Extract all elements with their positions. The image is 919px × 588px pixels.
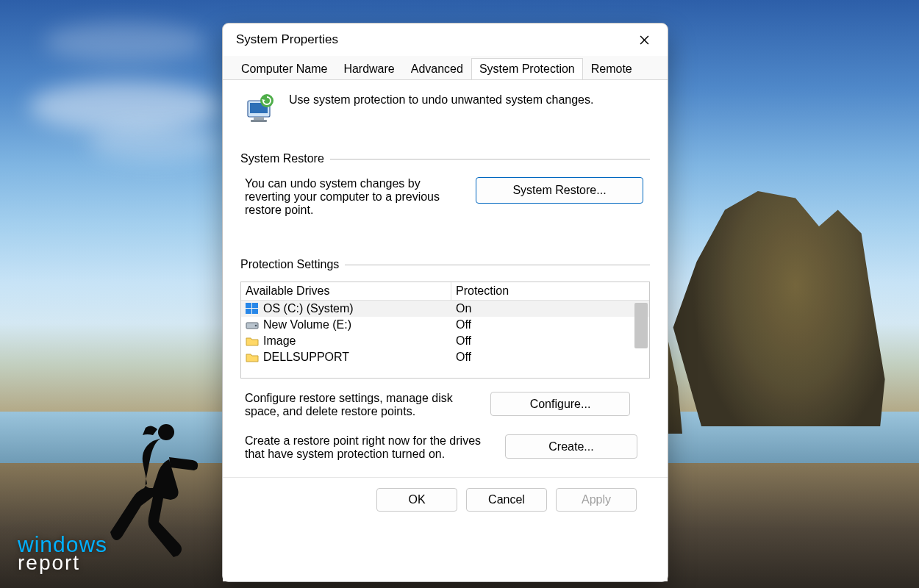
col-available-drives[interactable]: Available Drives <box>241 282 451 300</box>
drive-row[interactable]: DELLSUPPORT Off <box>241 349 649 365</box>
drives-header-row: Available Drives Protection <box>241 282 649 301</box>
section-title-text: System Restore <box>240 152 324 165</box>
create-description: Create a restore point right now for the… <box>240 434 490 461</box>
tab-remote[interactable]: Remote <box>583 58 640 80</box>
titlebar: System Properties <box>223 24 668 56</box>
tab-strip: Computer Name Hardware Advanced System P… <box>223 56 668 79</box>
folder-icon <box>246 335 259 347</box>
watermark-logo: windows report <box>18 534 107 573</box>
close-button[interactable] <box>629 29 659 51</box>
cloud-decoration <box>88 125 221 162</box>
drive-name: DELLSUPPORT <box>263 351 349 364</box>
tab-advanced[interactable]: Advanced <box>403 58 471 80</box>
svg-point-0 <box>158 424 174 440</box>
rock-decoration <box>654 191 890 426</box>
desktop-wallpaper: windows report System Properties Compute… <box>0 0 919 588</box>
cloud-decoration <box>44 22 206 62</box>
configure-button[interactable]: Configure... <box>490 392 630 416</box>
drive-icon <box>246 319 259 331</box>
ok-button[interactable]: OK <box>376 488 457 512</box>
scrollbar-thumb[interactable] <box>634 303 648 348</box>
drive-status: Off <box>451 333 649 349</box>
drive-row[interactable]: New Volume (E:) Off <box>241 317 649 333</box>
divider <box>345 265 650 265</box>
close-icon <box>640 35 649 45</box>
svg-point-6 <box>260 94 273 107</box>
col-protection[interactable]: Protection <box>451 282 649 300</box>
tab-panel: Use system protection to undo unwanted s… <box>223 79 668 581</box>
system-restore-button[interactable]: System Restore... <box>476 177 643 204</box>
tab-computer-name[interactable]: Computer Name <box>233 58 335 80</box>
system-properties-dialog: System Properties Computer Name Hardware… <box>222 23 668 582</box>
restore-description: You can undo system changes by reverting… <box>240 177 461 217</box>
svg-rect-5 <box>251 120 267 122</box>
section-protection-settings: Protection Settings <box>240 258 650 271</box>
drive-status: Off <box>451 317 649 333</box>
svg-rect-8 <box>252 303 258 308</box>
drive-status: On <box>451 301 649 317</box>
tab-hardware[interactable]: Hardware <box>335 58 402 80</box>
drive-name: Image <box>263 334 296 348</box>
svg-rect-4 <box>254 117 264 120</box>
divider <box>330 159 650 159</box>
svg-rect-7 <box>246 303 251 308</box>
windows-drive-icon <box>246 303 259 315</box>
cloud-decoration <box>29 81 221 132</box>
section-title-text: Protection Settings <box>240 258 339 271</box>
drive-row[interactable]: Image Off <box>241 333 649 349</box>
svg-rect-9 <box>246 309 251 314</box>
drive-row[interactable]: OS (C:) (System) On <box>241 301 649 317</box>
folder-icon <box>246 351 259 363</box>
create-button[interactable]: Create... <box>505 434 637 459</box>
svg-point-12 <box>255 325 257 327</box>
intro-text: Use system protection to undo unwanted s… <box>289 92 593 107</box>
configure-description: Configure restore settings, manage disk … <box>240 392 476 418</box>
drive-name: New Volume (E:) <box>263 318 351 331</box>
tab-system-protection[interactable]: System Protection <box>471 58 583 80</box>
cancel-button[interactable]: Cancel <box>466 488 547 512</box>
apply-button[interactable]: Apply <box>556 488 637 512</box>
section-system-restore: System Restore <box>240 152 650 165</box>
intro-row: Use system protection to undo unwanted s… <box>240 89 650 132</box>
runner-silhouette <box>110 419 213 562</box>
drive-name: OS (C:) (System) <box>263 302 354 315</box>
drives-list[interactable]: Available Drives Protection OS (C:) (Sys… <box>240 282 650 379</box>
svg-rect-10 <box>252 309 258 314</box>
system-protection-icon <box>243 92 276 124</box>
dialog-title: System Properties <box>236 32 338 47</box>
drive-status: Off <box>451 349 649 365</box>
dialog-footer: OK Cancel Apply <box>240 478 650 523</box>
